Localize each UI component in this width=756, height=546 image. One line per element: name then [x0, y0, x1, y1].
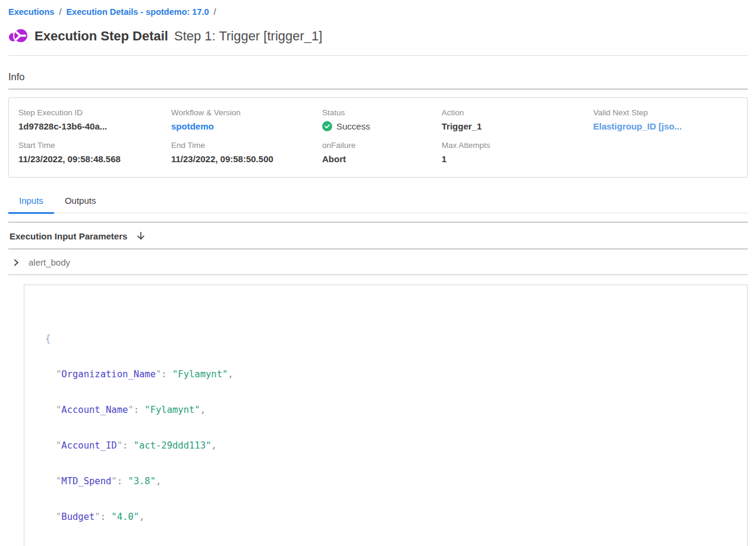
title-row: Execution Step Detail Step 1: Trigger [t… — [8, 26, 748, 46]
fylamynt-logo-icon — [8, 26, 29, 46]
field-value: Trigger_1 — [442, 121, 593, 131]
json-entry-account-id: "Account_ID": "act-29ddd113", — [45, 440, 735, 452]
page-title: Execution Step Detail — [34, 29, 168, 44]
page: Executions / Execution Details - spotdem… — [0, 0, 756, 546]
json-entry-organization-name: "Organization_Name": "Fylamynt", — [45, 368, 735, 380]
field-value: Abort — [322, 154, 442, 164]
breadcrumb-trailing-separator: / — [212, 7, 219, 17]
execution-input-parameters-title: Execution Input Parameters — [10, 231, 127, 241]
field-label: End Time — [171, 141, 322, 150]
field-end-time: End Time 11/23/2022, 09:58:50.500 — [171, 141, 322, 164]
field-value: 11/23/2022, 09:58:50.500 — [171, 154, 322, 164]
json-entry-budget: "Budget": "4.0", — [45, 511, 735, 523]
breadcrumb-separator: / — [56, 7, 64, 17]
success-check-icon — [322, 121, 332, 131]
field-max-attempts: Max Attempts 1 — [442, 141, 593, 164]
page-subtitle: Step 1: Trigger [trigger_1] — [174, 29, 322, 44]
info-card-row-1: Step Execution ID 1d97828c-13b6-40a... W… — [18, 108, 741, 131]
param-row-alert-body[interactable]: alert_body — [8, 250, 748, 274]
field-action: Action Trigger_1 — [442, 108, 593, 131]
next-step-link[interactable]: Elastigroup_ID [jso... — [593, 121, 741, 131]
field-start-time: Start Time 11/23/2022, 09:58:48.568 — [18, 141, 171, 164]
json-viewer: { "Organization_Name": "Fylamynt", "Acco… — [45, 309, 735, 546]
arrow-down-icon[interactable] — [136, 231, 146, 241]
field-onfailure: onFailure Abort — [322, 141, 442, 164]
field-label: Max Attempts — [442, 141, 593, 150]
breadcrumb-executions[interactable]: Executions — [8, 7, 54, 17]
field-status: Status Success — [322, 108, 442, 131]
field-valid-next-step: Valid Next Step Elastigroup_ID [jso... — [593, 108, 741, 131]
json-entry-mtd-spend: "MTD_Spend": "3.8", — [45, 475, 735, 487]
title-divider — [8, 55, 748, 56]
info-divider — [8, 89, 748, 90]
field-label: onFailure — [322, 141, 442, 150]
alert-body-json-panel: { "Organization_Name": "Fylamynt", "Acco… — [24, 285, 748, 546]
field-value: 1d97828c-13b6-40a... — [18, 121, 171, 131]
json-entry-account-name: "Account_Name": "Fylamynt", — [45, 404, 735, 416]
status-text: Success — [336, 121, 370, 131]
tab-inputs[interactable]: Inputs — [8, 190, 54, 213]
param-name-alert-body: alert_body — [29, 257, 70, 267]
field-label: Start Time — [18, 141, 171, 150]
field-label: Status — [322, 108, 442, 117]
info-card-row-2: Start Time 11/23/2022, 09:58:48.568 End … — [18, 141, 741, 164]
field-value: 11/23/2022, 09:58:48.568 — [18, 154, 171, 164]
json-open-brace: { — [45, 333, 735, 345]
field-label: Valid Next Step — [593, 108, 741, 117]
field-step-execution-id: Step Execution ID 1d97828c-13b6-40a... — [18, 108, 171, 131]
field-empty — [593, 141, 741, 164]
breadcrumb-execution-details[interactable]: Execution Details - spotdemo: 17.0 — [66, 7, 209, 17]
status-badge: Success — [322, 121, 442, 131]
field-label: Step Execution ID — [18, 108, 171, 117]
info-section-label: Info — [8, 71, 748, 83]
tab-bar: Inputs Outputs — [8, 190, 748, 213]
field-value: 1 — [442, 154, 593, 164]
execution-input-parameters-header: Execution Input Parameters — [8, 223, 748, 248]
field-workflow-version: Workflow & Version spotdemo — [171, 108, 322, 131]
row-divider — [8, 274, 748, 275]
workflow-link[interactable]: spotdemo — [171, 121, 322, 131]
tab-outputs[interactable]: Outputs — [54, 190, 107, 213]
breadcrumb: Executions / Execution Details - spotdem… — [8, 7, 748, 17]
field-label: Action — [442, 108, 593, 117]
chevron-right-icon — [12, 258, 20, 267]
field-label: Workflow & Version — [171, 108, 322, 117]
info-card: Step Execution ID 1d97828c-13b6-40a... W… — [8, 97, 748, 178]
